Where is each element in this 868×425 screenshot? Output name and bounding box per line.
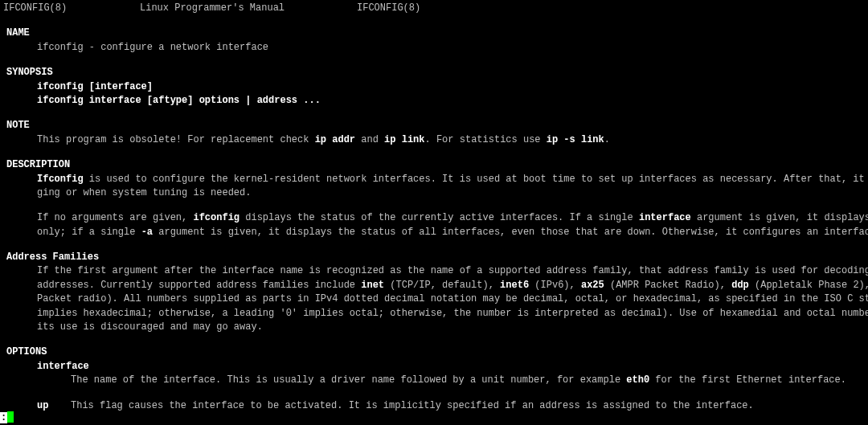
opt-up-term: up — [37, 399, 71, 413]
header-center: Linux Programmer's Manual — [140, 2, 357, 15]
opt-interface-desc: The name of the interface. This is usual… — [3, 374, 868, 387]
pager-status-line[interactable]: : — [0, 411, 14, 425]
addrfam-l1: If the first argument after the interfac… — [3, 264, 868, 278]
section-synopsis-head: SYNOPSIS — [3, 66, 868, 80]
opt-up: up This flag causes the interface to be … — [3, 399, 868, 413]
section-name-head: NAME — [3, 27, 868, 40]
section-note-head: NOTE — [3, 119, 868, 133]
opt-interface-term: interface — [3, 360, 868, 374]
name-text: ifconfig - configure a network interface — [3, 41, 868, 55]
addrfam-l3: Packet radio). All numbers supplied as p… — [3, 292, 868, 306]
description-p1-l1: Ifconfig is used to configure the kernel… — [3, 173, 868, 186]
description-p2-l1: If no arguments are given, ifconfig disp… — [3, 211, 868, 225]
header-left: IFCONFIG(8) — [3, 2, 140, 15]
synopsis-line1: ifconfig [interface] — [3, 80, 868, 94]
section-addrfam-head: Address Families — [3, 251, 868, 264]
addrfam-l5: its use is discouraged and may go away. — [3, 321, 868, 334]
addrfam-l4: implies hexadecimal; otherwise, a leadin… — [3, 307, 868, 321]
description-p1-l2: ging or when system tuning is needed. — [3, 186, 868, 200]
pager-prompt-colon: : — [0, 412, 7, 423]
addrfam-l2: addresses. Currently supported address f… — [3, 279, 868, 292]
man-page-content[interactable]: IFCONFIG(8) Linux Programmer's Manual IF… — [0, 0, 868, 425]
cursor-block — [7, 411, 14, 423]
synopsis-line2: ifconfig interface [aftype] options | ad… — [3, 94, 868, 108]
section-description-head: DESCRIPTION — [3, 158, 868, 172]
opt-up-desc: This flag causes the interface to be act… — [71, 399, 754, 413]
section-options-head: OPTIONS — [3, 345, 868, 359]
man-header: IFCONFIG(8) Linux Programmer's Manual IF… — [3, 2, 868, 15]
header-right: IFCONFIG(8) — [357, 2, 420, 15]
description-p2-l2: only; if a single -a argument is given, … — [3, 226, 868, 239]
note-text: This program is obsolete! For replacemen… — [3, 133, 868, 147]
